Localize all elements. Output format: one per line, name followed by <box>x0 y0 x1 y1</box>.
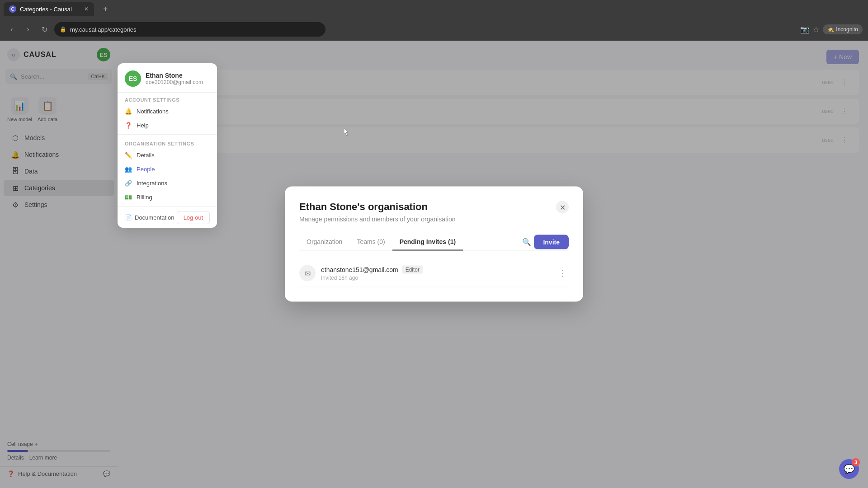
tab-close-button[interactable]: ✕ <box>84 6 89 12</box>
org-settings-title: ORGANISATION SETTINGS <box>118 136 217 148</box>
modal-tabs: Organization Teams (0) Pending Invites (… <box>299 234 569 251</box>
tab-pending-invites[interactable]: Pending Invites (1) <box>392 234 463 251</box>
browser-chrome: C Categories - Causal ✕ + ‹ › ↻ 🔒 my.cau… <box>0 0 868 41</box>
billing-menu-icon: 💵 <box>125 194 132 201</box>
logout-button[interactable]: Log out <box>177 211 210 224</box>
invite-email: ethanstone151@gmail.com <box>321 266 398 273</box>
tab-teams[interactable]: Teams (0) <box>349 234 392 251</box>
pending-invite-row: ✉ ethanstone151@gmail.com Editor Invited… <box>299 260 569 287</box>
camera-icon: 📷 <box>800 25 809 34</box>
tab-organization[interactable]: Organization <box>299 234 349 251</box>
account-avatar: ES <box>125 70 141 87</box>
bookmark-icon[interactable]: ☆ <box>813 25 819 34</box>
help-menu-label: Help <box>137 122 149 129</box>
integrations-menu-icon: 🔗 <box>125 180 132 187</box>
documentation-label: Documentation <box>135 214 174 221</box>
lock-icon: 🔒 <box>60 26 66 33</box>
browser-toolbar: ‹ › ↻ 🔒 my.causal.app/categories 📷 ☆ 🕵 I… <box>0 18 868 41</box>
browser-tab[interactable]: C Categories - Causal ✕ <box>4 2 94 16</box>
notifications-menu-icon: 🔔 <box>125 108 132 115</box>
modal-search-icon[interactable]: 🔍 <box>519 235 534 249</box>
forward-button[interactable]: › <box>22 23 34 36</box>
invite-button[interactable]: Invite <box>534 235 569 249</box>
invite-email-icon: ✉ <box>299 265 316 282</box>
chat-badge: 3 <box>852 458 860 466</box>
billing-menu-label: Billing <box>137 194 152 201</box>
browser-titlebar: C Categories - Causal ✕ + <box>0 0 868 18</box>
account-info: Ethan Stone doe301200@gmail.com <box>146 72 203 85</box>
account-user-info: ES Ethan Stone doe301200@gmail.com <box>118 70 217 93</box>
incognito-badge: 🕵 Incognito <box>823 24 863 34</box>
org-details-item[interactable]: ✏️ Details <box>118 148 217 162</box>
tab-favicon: C <box>9 5 16 13</box>
invite-more-button[interactable]: ⋮ <box>556 267 569 280</box>
account-notifications-item[interactable]: 🔔 Notifications <box>118 104 217 118</box>
invite-role-badge: Editor <box>402 266 423 274</box>
back-button[interactable]: ‹ <box>5 23 18 36</box>
account-footer: 📄 Documentation Log out <box>118 206 217 224</box>
account-dropdown: ES Ethan Stone doe301200@gmail.com ACCOU… <box>118 63 217 228</box>
address-text: my.causal.app/categories <box>70 26 136 33</box>
people-menu-icon: 👥 <box>125 166 132 173</box>
invite-email-row: ethanstone151@gmail.com Editor <box>321 266 551 274</box>
toolbar-right: 📷 ☆ 🕵 Incognito <box>800 24 863 34</box>
invite-time: Invited 18h ago <box>321 275 551 281</box>
incognito-icon: 🕵 <box>827 26 834 33</box>
details-menu-icon: ✏️ <box>125 152 132 159</box>
new-tab-button[interactable]: + <box>98 2 116 16</box>
help-menu-icon: ❓ <box>125 122 132 129</box>
account-email: doe301200@gmail.com <box>146 79 203 85</box>
integrations-menu-label: Integrations <box>137 180 167 187</box>
address-bar[interactable]: 🔒 my.causal.app/categories <box>54 22 326 37</box>
documentation-link[interactable]: 📄 Documentation <box>125 214 174 221</box>
people-menu-label: People <box>137 166 155 173</box>
org-integrations-item[interactable]: 🔗 Integrations <box>118 176 217 190</box>
chat-button[interactable]: 💬 3 <box>839 459 859 479</box>
modal-title: Ethan Stone's organisation <box>299 201 456 213</box>
org-people-item[interactable]: 👥 People <box>118 162 217 176</box>
documentation-icon: 📄 <box>125 214 132 221</box>
details-menu-label: Details <box>137 152 155 159</box>
incognito-label: Incognito <box>836 26 858 33</box>
org-billing-item[interactable]: 💵 Billing <box>118 190 217 204</box>
modal-title-group: Ethan Stone's organisation Manage permis… <box>299 201 456 223</box>
invite-info: ethanstone151@gmail.com Editor Invited 1… <box>321 266 551 281</box>
modal-subtitle: Manage permissions and members of your o… <box>299 216 456 223</box>
account-settings-title: ACCOUNT SETTINGS <box>118 93 217 104</box>
modal-header: Ethan Stone's organisation Manage permis… <box>299 201 569 223</box>
account-help-item[interactable]: ❓ Help <box>118 118 217 132</box>
modal-close-button[interactable]: ✕ <box>556 201 569 214</box>
org-modal: Ethan Stone's organisation Manage permis… <box>285 187 583 302</box>
account-divider <box>118 134 217 135</box>
reload-button[interactable]: ↻ <box>38 23 51 36</box>
notifications-menu-label: Notifications <box>137 108 169 115</box>
account-name: Ethan Stone <box>146 72 203 79</box>
tab-title: Categories - Causal <box>20 6 72 13</box>
